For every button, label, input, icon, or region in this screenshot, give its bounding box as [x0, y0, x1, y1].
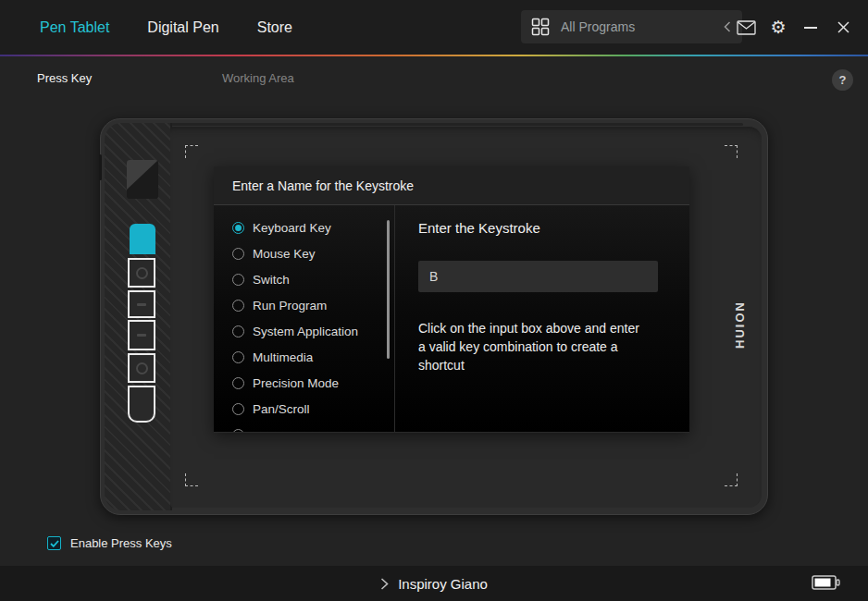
press-key-5[interactable] — [128, 353, 155, 383]
keystroke-panel-title: Enter the Keystroke — [418, 220, 689, 236]
option-multimedia[interactable]: Multimedia — [214, 344, 394, 370]
top-bar: Pen Tablet Digital Pen Store All Program… — [0, 0, 868, 55]
radio-icon — [232, 377, 244, 389]
corner-bracket-bottom-left — [185, 473, 198, 486]
rainbow-divider — [0, 55, 868, 56]
radio-icon — [232, 248, 244, 260]
keystroke-hint-text: Click on the input box above and enter a… — [418, 319, 650, 374]
footer-bar: Inspiroy Giano — [0, 566, 868, 601]
tab-digital-pen[interactable]: Digital Pen — [147, 19, 218, 36]
option-switch[interactable]: Switch — [214, 266, 394, 292]
device-expand-chevron-icon[interactable] — [380, 578, 389, 590]
close-icon[interactable] — [833, 18, 853, 38]
press-key-4[interactable] — [128, 320, 155, 350]
tablet-top-groove — [125, 123, 743, 126]
list-scrollbar[interactable] — [387, 220, 390, 359]
radio-icon — [232, 403, 244, 415]
chevron-left-icon[interactable] — [724, 21, 731, 32]
option-mouse-key[interactable]: Mouse Key — [214, 240, 394, 266]
key-circle-glyph — [136, 267, 148, 279]
press-key-1-active[interactable] — [130, 224, 155, 254]
radio-icon — [232, 351, 244, 363]
minimize-icon[interactable] — [800, 18, 821, 38]
dialog-body: Keyboard Key Mouse Key Switch Run Progra… — [214, 205, 689, 432]
option-system-application[interactable]: System Application — [214, 318, 394, 344]
option-run-program[interactable]: Run Program — [214, 292, 394, 318]
radio-icon — [232, 274, 244, 286]
corner-bracket-top-right — [725, 145, 738, 158]
option-precision-mode[interactable]: Precision Mode — [214, 370, 394, 396]
tablet-power-button — [99, 154, 102, 180]
tab-press-key[interactable]: Press Key — [37, 71, 92, 85]
tab-pen-tablet[interactable]: Pen Tablet — [40, 19, 109, 36]
tab-store[interactable]: Store — [257, 19, 292, 36]
keystroke-dialog: Enter a Name for the Keystroke Keyboard … — [214, 166, 689, 433]
all-programs-dropdown[interactable]: All Programs — [521, 10, 742, 43]
huion-brand-label: HUION — [733, 283, 748, 366]
press-key-6[interactable] — [128, 386, 155, 423]
keystroke-panel: Enter the Keystroke Click on the input b… — [395, 205, 689, 432]
enable-press-keys-checkbox[interactable] — [47, 536, 61, 550]
pen-tablet-app-window: Pen Tablet Digital Pen Store All Program… — [0, 0, 868, 601]
corner-bracket-bottom-right — [725, 473, 738, 486]
option-pan-scroll[interactable]: Pan/Scroll — [214, 396, 394, 422]
corner-bracket-top-left — [185, 145, 198, 158]
key-dash-glyph — [137, 303, 146, 306]
mail-icon[interactable] — [736, 18, 756, 38]
battery-icon — [812, 573, 840, 592]
grid-icon — [531, 18, 550, 36]
main-nav: Pen Tablet Digital Pen Store — [40, 0, 292, 55]
option-partially-visible[interactable] — [214, 422, 394, 432]
tab-working-area[interactable]: Working Area — [222, 71, 294, 85]
settings-gear-icon[interactable]: ⚙ — [768, 18, 788, 38]
keystroke-type-list: Keyboard Key Mouse Key Switch Run Progra… — [214, 205, 395, 432]
enable-press-keys-row: Enable Press Keys — [47, 536, 172, 550]
press-key-2[interactable] — [128, 258, 155, 288]
radio-icon — [232, 300, 244, 312]
tablet-key-strip — [105, 123, 172, 510]
radio-selected-icon — [232, 222, 244, 234]
huion-logo-mark — [127, 160, 158, 199]
option-keyboard-key[interactable]: Keyboard Key — [214, 215, 394, 240]
window-controls: ⚙ — [736, 0, 853, 55]
keystroke-input[interactable] — [418, 261, 658, 292]
device-name[interactable]: Inspiroy Giano — [398, 576, 488, 592]
radio-icon — [232, 429, 244, 433]
key-circle-glyph — [136, 362, 148, 374]
enable-press-keys-label: Enable Press Keys — [70, 536, 172, 550]
help-icon[interactable]: ? — [832, 69, 853, 91]
dialog-title: Enter a Name for the Keystroke — [214, 166, 689, 205]
key-dash-glyph — [137, 334, 146, 337]
all-programs-label: All Programs — [561, 19, 724, 34]
radio-icon — [232, 325, 244, 337]
press-key-3[interactable] — [128, 290, 155, 318]
